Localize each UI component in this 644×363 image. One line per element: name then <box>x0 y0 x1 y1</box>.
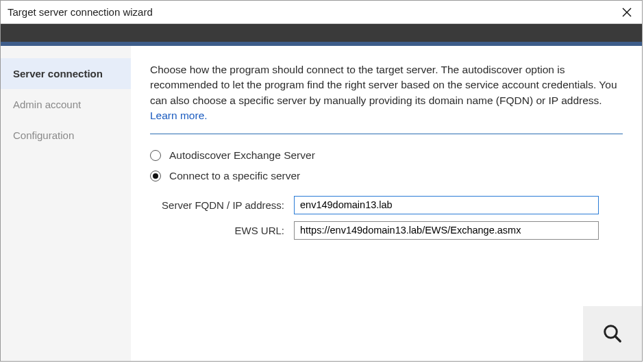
sidebar-item-configuration[interactable]: Configuration <box>1 120 131 151</box>
sidebar-item-label: Admin account <box>13 99 81 110</box>
close-icon <box>621 7 632 18</box>
radio-icon <box>150 150 161 161</box>
sidebar-item-label: Configuration <box>13 129 74 141</box>
sidebar-item-admin-account[interactable]: Admin account <box>1 89 131 120</box>
body: Server connection Admin account Configur… <box>1 46 642 361</box>
svg-line-3 <box>615 336 621 342</box>
ews-input[interactable] <box>294 221 599 240</box>
field-ews: EWS URL: <box>150 221 623 240</box>
server-fields: Server FQDN / IP address: EWS URL: <box>150 196 623 240</box>
intro-text: Choose how the program should connect to… <box>150 62 623 124</box>
learn-more-link[interactable]: Learn more. <box>150 110 208 121</box>
divider <box>150 134 623 134</box>
radio-autodiscover[interactable]: Autodiscover Exchange Server <box>150 145 623 166</box>
sidebar-item-label: Server connection <box>13 68 103 79</box>
search-icon <box>602 323 623 344</box>
titlebar: Target server connection wizard <box>1 1 642 24</box>
intro-text-body: Choose how the program should connect to… <box>150 64 617 106</box>
radio-icon <box>150 171 161 182</box>
wizard-window: Target server connection wizard Server c… <box>0 0 643 362</box>
close-button[interactable] <box>617 3 636 22</box>
radio-label: Autodiscover Exchange Server <box>169 149 315 162</box>
main-panel: Choose how the program should connect to… <box>131 46 642 361</box>
wizard-sidebar: Server connection Admin account Configur… <box>1 46 131 361</box>
radio-specific-server[interactable]: Connect to a specific server <box>150 166 623 186</box>
sidebar-item-server-connection[interactable]: Server connection <box>1 58 131 89</box>
search-button[interactable] <box>583 306 642 361</box>
window-title: Target server connection wizard <box>8 6 153 18</box>
header-dark-band <box>1 24 642 42</box>
fqdn-label: Server FQDN / IP address: <box>150 199 294 211</box>
field-fqdn: Server FQDN / IP address: <box>150 196 623 214</box>
ews-label: EWS URL: <box>150 225 294 236</box>
fqdn-input[interactable] <box>294 196 599 214</box>
radio-label: Connect to a specific server <box>169 170 300 182</box>
